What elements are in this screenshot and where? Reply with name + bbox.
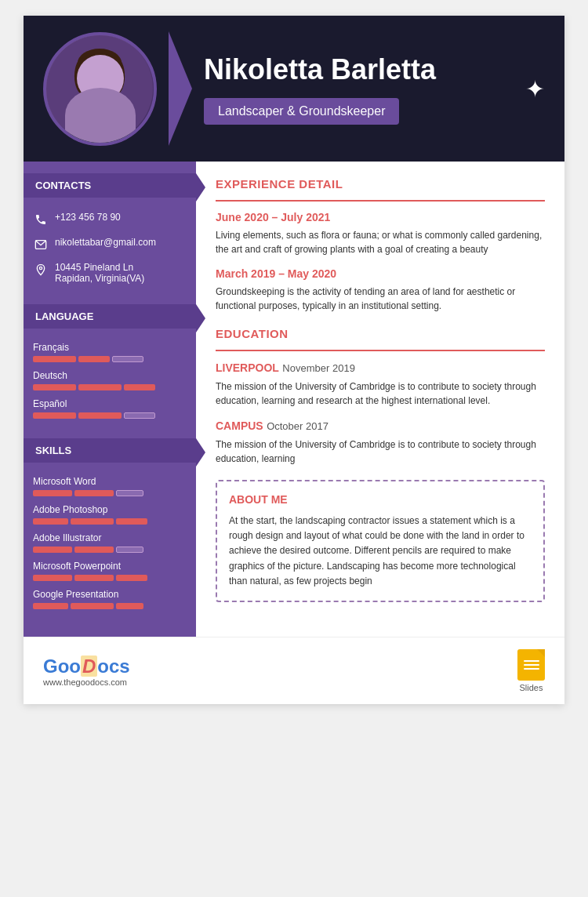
- skill-name-google-pres: Google Presentation: [33, 589, 187, 600]
- edu-header-1: LIVERPOOL November 2019: [216, 361, 545, 375]
- logo-d: D: [81, 656, 97, 677]
- avatar: [43, 32, 157, 146]
- main-content: EXPERIENCE DETAIL June 2020 – July 2021 …: [196, 162, 564, 637]
- svg-point-4: [78, 49, 122, 78]
- skills-header: SKILLS: [24, 438, 196, 463]
- location-icon: [33, 262, 49, 278]
- contacts-section: CONTACTS +123 456 78 90: [24, 162, 196, 296]
- lang-bars-francais: [33, 356, 187, 362]
- language-francais: Français: [24, 338, 196, 366]
- bar-filled: [33, 575, 72, 581]
- edu-date-2: October 2017: [267, 420, 328, 432]
- edu-desc-1: The mission of the University of Cambrid…: [216, 380, 545, 408]
- bar-filled: [33, 518, 68, 525]
- address-line2: Rapidan, Virginia(VA): [55, 273, 144, 284]
- bar-filled: [33, 490, 72, 496]
- skill-bars-photoshop: [33, 518, 187, 525]
- language-section: LANGUAGE Français Deutsch: [24, 296, 196, 430]
- language-header: LANGUAGE: [24, 304, 196, 329]
- skill-ms-word: Microsoft Word: [24, 472, 196, 500]
- email-contact: nikolettabar@gmail.com: [24, 232, 196, 257]
- body: CONTACTS +123 456 78 90: [24, 162, 564, 637]
- address-contact: 10445 Pineland Ln Rapidan, Virginia(VA): [24, 257, 196, 289]
- resume-page: Nikoletta Barletta Landscaper & Groundsk…: [24, 16, 564, 704]
- bar-empty: [112, 356, 143, 362]
- slides-line: [524, 664, 539, 666]
- bar-filled: [116, 518, 147, 525]
- lang-name-francais: Français: [33, 342, 187, 353]
- slides-line: [524, 660, 539, 662]
- skill-powerpoint: Microsoft Powerpoint: [24, 557, 196, 585]
- skill-name-illustrator: Adobe Illustrator: [33, 532, 187, 543]
- bar-filled: [33, 547, 72, 553]
- header-divider: [169, 31, 192, 146]
- skill-bars-google-pres: [33, 603, 187, 609]
- phone-icon: [33, 212, 49, 227]
- svg-point-8: [104, 75, 111, 80]
- bar-filled: [124, 384, 155, 390]
- bar-filled: [78, 384, 122, 390]
- bar-filled: [33, 384, 76, 390]
- footer-logo: GooDocs: [43, 656, 130, 677]
- svg-rect-2: [93, 87, 107, 106]
- bar-filled: [71, 603, 114, 609]
- slides-label: Slides: [520, 683, 543, 692]
- address-text: 10445 Pineland Ln Rapidan, Virginia(VA): [55, 262, 144, 284]
- svg-point-10: [39, 267, 42, 269]
- footer: GooDocs www.thegoodocs.com Slides: [24, 637, 564, 704]
- edu-header-2: CAMPUS October 2017: [216, 419, 545, 433]
- skills-section: SKILLS Microsoft Word Adobe Photoshop: [24, 430, 196, 621]
- skill-illustrator: Adobe Illustrator: [24, 528, 196, 557]
- exp-date-1: June 2020 – July 2021: [216, 211, 545, 223]
- skill-name-photoshop: Adobe Photoshop: [33, 504, 187, 515]
- footer-brand: GooDocs www.thegoodocs.com: [43, 656, 130, 687]
- svg-point-1: [67, 98, 133, 143]
- svg-point-3: [79, 54, 121, 101]
- lang-bars-deutsch: [33, 384, 187, 390]
- sidebar: CONTACTS +123 456 78 90: [24, 162, 196, 637]
- logo-ocs: ocs: [97, 656, 129, 677]
- bar-empty: [116, 490, 143, 496]
- phone-number: +123 456 78 90: [55, 212, 121, 223]
- phone-contact: +123 456 78 90: [24, 207, 196, 232]
- skill-bars-ms-word: [33, 490, 187, 496]
- bar-empty: [124, 412, 155, 419]
- exp-desc-2: Groundskeeping is the activity of tendin…: [216, 285, 545, 313]
- bar-filled: [33, 603, 68, 609]
- skill-name-powerpoint: Microsoft Powerpoint: [33, 561, 187, 572]
- svg-point-5: [74, 57, 93, 94]
- bar-empty: [116, 547, 143, 553]
- lang-bars-espanol: [33, 412, 187, 419]
- header: Nikoletta Barletta Landscaper & Groundsk…: [24, 16, 564, 162]
- bar-filled: [33, 356, 76, 362]
- svg-point-7: [89, 75, 96, 80]
- bar-filled: [33, 412, 76, 419]
- skill-bars-powerpoint: [33, 575, 187, 581]
- svg-point-6: [107, 57, 125, 94]
- edu-school-2: CAMPUS: [216, 419, 263, 432]
- exp-desc-1: Living elements, such as flora or fauna;…: [216, 228, 545, 256]
- bar-filled: [74, 575, 114, 581]
- bar-filled: [116, 603, 143, 609]
- candidate-name: Nikoletta Barletta: [204, 53, 514, 86]
- edu-school-1: LIVERPOOL: [216, 361, 279, 374]
- footer-url: www.thegoodocs.com: [43, 677, 130, 687]
- experience-section: EXPERIENCE DETAIL June 2020 – July 2021 …: [216, 177, 545, 313]
- about-text: At the start, the landscaping contractor…: [229, 514, 532, 589]
- logo-goo: Goo: [43, 656, 81, 677]
- education-divider: [216, 350, 545, 351]
- email-icon: [33, 237, 49, 252]
- bar-filled: [78, 412, 122, 419]
- avatar-image: [46, 35, 154, 143]
- edu-desc-2: The mission of the University of Cambrid…: [216, 438, 545, 466]
- address-line1: 10445 Pineland Ln: [55, 262, 144, 273]
- slides-icon-lines: [524, 660, 539, 670]
- lang-name-deutsch: Deutsch: [33, 370, 187, 381]
- language-deutsch: Deutsch: [24, 366, 196, 394]
- bar-filled: [74, 547, 114, 553]
- skill-google-pres: Google Presentation: [24, 585, 196, 613]
- education-section-title: EDUCATION: [216, 327, 545, 340]
- edu-entry-2: CAMPUS October 2017 The mission of the U…: [216, 419, 545, 466]
- star-icon: ✦: [525, 75, 545, 103]
- exp-date-2: March 2019 – May 2020: [216, 267, 545, 280]
